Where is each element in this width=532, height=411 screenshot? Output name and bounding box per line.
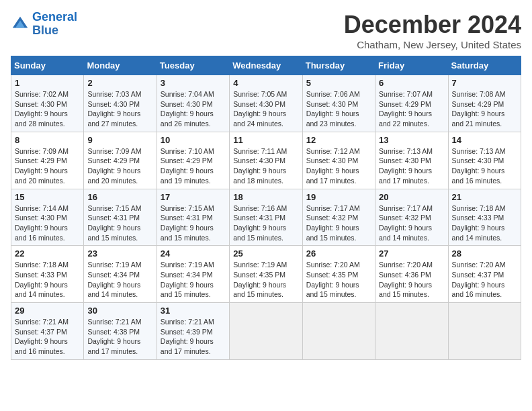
weekday-header-wednesday: Wednesday [230, 56, 302, 75]
calendar-cell: 2Sunrise: 7:03 AMSunset: 4:30 PMDaylight… [84, 75, 157, 132]
calendar-cell: 20Sunrise: 7:17 AMSunset: 4:32 PMDayligh… [375, 189, 448, 246]
day-number: 24 [161, 248, 226, 259]
day-number: 10 [161, 135, 226, 145]
calendar-cell: 26Sunrise: 7:20 AMSunset: 4:35 PMDayligh… [302, 246, 375, 303]
day-number: 31 [161, 306, 226, 316]
calendar-cell: 12Sunrise: 7:12 AMSunset: 4:30 PMDayligh… [302, 132, 375, 189]
calendar-cell [375, 303, 448, 360]
day-detail: Sunrise: 7:18 AMSunset: 4:33 PMDaylight:… [15, 260, 80, 300]
day-detail: Sunrise: 7:18 AMSunset: 4:33 PMDaylight:… [452, 203, 517, 243]
day-number: 8 [15, 135, 80, 145]
day-number: 6 [379, 78, 444, 88]
day-number: 19 [306, 192, 371, 202]
weekday-header-sunday: Sunday [11, 56, 84, 75]
day-number: 21 [452, 192, 517, 202]
day-number: 4 [233, 78, 298, 88]
day-detail: Sunrise: 7:06 AMSunset: 4:30 PMDaylight:… [306, 89, 371, 129]
calendar-week-5: 29Sunrise: 7:21 AMSunset: 4:37 PMDayligh… [11, 303, 521, 360]
day-number: 5 [306, 78, 371, 88]
weekday-header-thursday: Thursday [302, 56, 375, 75]
day-detail: Sunrise: 7:09 AMSunset: 4:29 PMDaylight:… [87, 146, 152, 186]
calendar-cell: 16Sunrise: 7:15 AMSunset: 4:31 PMDayligh… [84, 189, 157, 246]
day-detail: Sunrise: 7:03 AMSunset: 4:30 PMDaylight:… [87, 89, 152, 129]
calendar-cell: 11Sunrise: 7:11 AMSunset: 4:30 PMDayligh… [230, 132, 302, 189]
day-number: 15 [15, 192, 80, 202]
calendar-cell: 3Sunrise: 7:04 AMSunset: 4:30 PMDaylight… [157, 75, 229, 132]
calendar-cell: 19Sunrise: 7:17 AMSunset: 4:32 PMDayligh… [302, 189, 375, 246]
day-detail: Sunrise: 7:02 AMSunset: 4:30 PMDaylight:… [15, 89, 80, 129]
calendar-cell: 8Sunrise: 7:09 AMSunset: 4:29 PMDaylight… [11, 132, 84, 189]
calendar-cell: 31Sunrise: 7:21 AMSunset: 4:39 PMDayligh… [157, 303, 229, 360]
calendar-cell: 30Sunrise: 7:21 AMSunset: 4:38 PMDayligh… [84, 303, 157, 360]
day-number: 29 [15, 306, 80, 316]
calendar-cell: 22Sunrise: 7:18 AMSunset: 4:33 PMDayligh… [11, 246, 84, 303]
day-detail: Sunrise: 7:20 AMSunset: 4:35 PMDaylight:… [306, 260, 371, 300]
day-detail: Sunrise: 7:15 AMSunset: 4:31 PMDaylight:… [87, 203, 152, 243]
weekday-header-tuesday: Tuesday [157, 56, 229, 75]
day-number: 13 [379, 135, 444, 145]
day-detail: Sunrise: 7:14 AMSunset: 4:30 PMDaylight:… [15, 203, 80, 243]
day-number: 25 [233, 248, 298, 259]
day-number: 9 [87, 135, 152, 145]
calendar-cell: 18Sunrise: 7:16 AMSunset: 4:31 PMDayligh… [230, 189, 302, 246]
page-header: General Blue December 2024 Chatham, New … [11, 11, 521, 50]
day-number: 16 [87, 192, 152, 202]
calendar-cell: 29Sunrise: 7:21 AMSunset: 4:37 PMDayligh… [11, 303, 84, 360]
calendar-cell [230, 303, 302, 360]
calendar-cell: 28Sunrise: 7:20 AMSunset: 4:37 PMDayligh… [448, 246, 521, 303]
day-detail: Sunrise: 7:04 AMSunset: 4:30 PMDaylight:… [161, 89, 226, 129]
day-detail: Sunrise: 7:13 AMSunset: 4:30 PMDaylight:… [379, 146, 444, 186]
day-detail: Sunrise: 7:07 AMSunset: 4:29 PMDaylight:… [379, 89, 444, 129]
day-number: 2 [87, 78, 152, 88]
day-number: 17 [161, 192, 226, 202]
calendar-cell: 1Sunrise: 7:02 AMSunset: 4:30 PMDaylight… [11, 75, 84, 132]
calendar-week-1: 1Sunrise: 7:02 AMSunset: 4:30 PMDaylight… [11, 75, 521, 132]
logo-line2: Blue [32, 24, 58, 37]
day-detail: Sunrise: 7:20 AMSunset: 4:36 PMDaylight:… [379, 260, 444, 300]
day-detail: Sunrise: 7:08 AMSunset: 4:29 PMDaylight:… [452, 89, 517, 129]
calendar-cell: 17Sunrise: 7:15 AMSunset: 4:31 PMDayligh… [157, 189, 229, 246]
calendar-cell: 13Sunrise: 7:13 AMSunset: 4:30 PMDayligh… [375, 132, 448, 189]
day-detail: Sunrise: 7:21 AMSunset: 4:37 PMDaylight:… [15, 317, 80, 357]
logo-line1: General [32, 10, 77, 24]
weekday-header-friday: Friday [375, 56, 448, 75]
calendar-cell: 23Sunrise: 7:19 AMSunset: 4:34 PMDayligh… [84, 246, 157, 303]
day-detail: Sunrise: 7:17 AMSunset: 4:32 PMDaylight:… [379, 203, 444, 243]
day-number: 18 [233, 192, 298, 202]
day-detail: Sunrise: 7:16 AMSunset: 4:31 PMDaylight:… [233, 203, 298, 243]
logo: General Blue [11, 11, 77, 38]
calendar-cell: 25Sunrise: 7:19 AMSunset: 4:35 PMDayligh… [230, 246, 302, 303]
day-number: 20 [379, 192, 444, 202]
calendar-cell: 14Sunrise: 7:13 AMSunset: 4:30 PMDayligh… [448, 132, 521, 189]
calendar-cell: 27Sunrise: 7:20 AMSunset: 4:36 PMDayligh… [375, 246, 448, 303]
day-number: 12 [306, 135, 371, 145]
calendar-week-2: 8Sunrise: 7:09 AMSunset: 4:29 PMDaylight… [11, 132, 521, 189]
calendar-cell: 21Sunrise: 7:18 AMSunset: 4:33 PMDayligh… [448, 189, 521, 246]
day-number: 27 [379, 248, 444, 259]
day-number: 30 [87, 306, 152, 316]
day-number: 28 [452, 248, 517, 259]
calendar-cell: 9Sunrise: 7:09 AMSunset: 4:29 PMDaylight… [84, 132, 157, 189]
day-number: 11 [233, 135, 298, 145]
calendar-cell: 15Sunrise: 7:14 AMSunset: 4:30 PMDayligh… [11, 189, 84, 246]
day-detail: Sunrise: 7:10 AMSunset: 4:29 PMDaylight:… [161, 146, 226, 186]
day-number: 14 [452, 135, 517, 145]
month-title: December 2024 [344, 11, 521, 39]
day-detail: Sunrise: 7:17 AMSunset: 4:32 PMDaylight:… [306, 203, 371, 243]
calendar-cell: 5Sunrise: 7:06 AMSunset: 4:30 PMDaylight… [302, 75, 375, 132]
day-detail: Sunrise: 7:21 AMSunset: 4:38 PMDaylight:… [87, 317, 152, 357]
day-detail: Sunrise: 7:19 AMSunset: 4:34 PMDaylight:… [161, 260, 226, 300]
day-detail: Sunrise: 7:05 AMSunset: 4:30 PMDaylight:… [233, 89, 298, 129]
day-number: 1 [15, 78, 80, 88]
day-detail: Sunrise: 7:13 AMSunset: 4:30 PMDaylight:… [452, 146, 517, 186]
calendar-table: SundayMondayTuesdayWednesdayThursdayFrid… [11, 56, 521, 360]
day-number: 7 [452, 78, 517, 88]
weekday-header-saturday: Saturday [448, 56, 521, 75]
day-detail: Sunrise: 7:19 AMSunset: 4:34 PMDaylight:… [87, 260, 152, 300]
weekday-header-monday: Monday [84, 56, 157, 75]
calendar-week-3: 15Sunrise: 7:14 AMSunset: 4:30 PMDayligh… [11, 189, 521, 246]
calendar-cell: 24Sunrise: 7:19 AMSunset: 4:34 PMDayligh… [157, 246, 229, 303]
calendar-header-row: SundayMondayTuesdayWednesdayThursdayFrid… [11, 56, 521, 75]
day-detail: Sunrise: 7:19 AMSunset: 4:35 PMDaylight:… [233, 260, 298, 300]
title-area: December 2024 Chatham, New Jersey, Unite… [344, 11, 521, 50]
